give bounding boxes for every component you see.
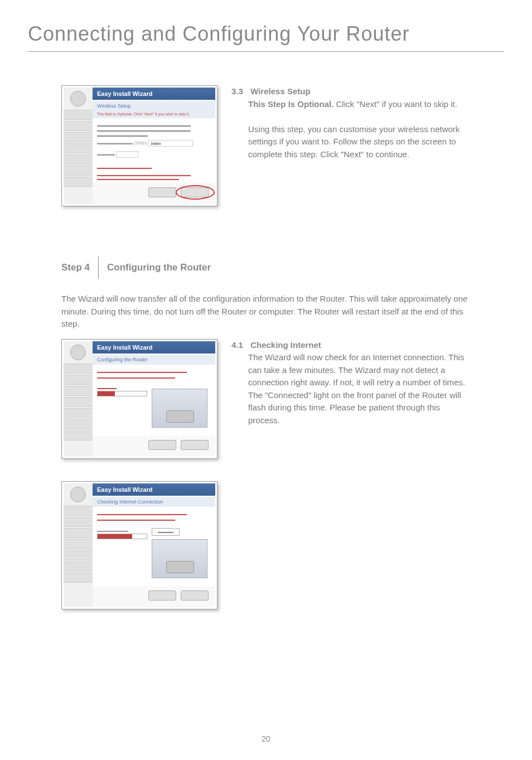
wizard-nav-item xyxy=(64,430,93,440)
section-3-3-text: 3.3 Wireless Setup This Step Is Optional… xyxy=(231,85,471,206)
wizard-back-button[interactable] xyxy=(148,440,176,450)
step-title: Checking Internet xyxy=(250,340,321,350)
step-4-label: Step 4 xyxy=(61,262,98,273)
wizard-logo-icon xyxy=(70,345,86,360)
section-4-1: Easy Install Wizard Configuring the Rout… xyxy=(28,339,504,459)
step-4-title: Configuring the Router xyxy=(107,262,211,273)
progress-bar xyxy=(97,391,147,396)
router-front-icon xyxy=(166,410,194,423)
screenshot-wireless-setup: Easy Install Wizard Wireless Setup The f… xyxy=(61,85,217,206)
wizard-nav-item xyxy=(64,506,93,516)
wizard-nav-item xyxy=(64,419,93,429)
wizard-nav-item xyxy=(64,132,93,142)
progress-fill xyxy=(98,534,132,539)
wizard-nav-item xyxy=(64,386,93,396)
router-front-icon xyxy=(166,561,194,573)
wizard-sidebar xyxy=(64,341,93,457)
section-3-3: Easy Install Wizard Wireless Setup The f… xyxy=(28,85,504,206)
wizard-channel-input[interactable] xyxy=(116,151,138,158)
wizard-next-button[interactable] xyxy=(181,187,209,197)
wizard-nav-item xyxy=(64,364,93,374)
wizard-nav-item xyxy=(64,561,93,572)
page-number: 20 xyxy=(262,734,270,743)
router-image xyxy=(152,389,207,428)
wizard-warning-text: ▬▬▬▬▬▬▬▬▬▬▬▬▬▬▬▬▬▬▬▬▬▬▬▬▬▬▬▬▬▬▬▬▬▬▬▬▬▬▬▬… xyxy=(93,171,215,183)
step-4-intro: The Wizard will now transfer all of the … xyxy=(28,293,504,331)
connected-label: ▬▬▬▬ xyxy=(152,528,180,536)
wizard-optional-note: The field is Optional. Click "Next" if y… xyxy=(93,111,215,118)
step-lead-rest: Click "Next" if you want to skip it. xyxy=(333,99,457,109)
step-body-text: Using this step, you can customise your … xyxy=(248,123,471,161)
wizard-channel-row: ▬▬▬▬ xyxy=(97,149,211,160)
wizard-nav-item xyxy=(64,517,93,527)
step-4-divider: Configuring the Router xyxy=(98,256,211,279)
wizard-nav-item xyxy=(64,166,93,176)
highlight-ellipse-icon xyxy=(176,185,215,200)
wizard-nav-item xyxy=(64,121,93,131)
wizard-ssid-row: ▬▬▬▬▬▬▬▬ (SSID) belkin xyxy=(97,138,211,149)
wizard-nav-item xyxy=(64,528,93,538)
wizard-nav-item xyxy=(64,539,93,549)
wizard-red-note: ▬▬▬▬▬▬▬▬▬▬▬▬▬▬ xyxy=(93,164,215,171)
wizard-next-button[interactable] xyxy=(181,590,209,601)
section-4-1-text: 4.1 Checking Internet The Wizard will no… xyxy=(231,339,471,459)
section-screenshot-3: Easy Install Wizard Checking Internet Co… xyxy=(28,481,504,609)
wizard-button-row xyxy=(93,435,215,457)
step-4-heading: Step 4 Configuring the Router xyxy=(28,256,504,279)
wizard-button-row xyxy=(93,183,215,204)
progress-bar xyxy=(97,534,147,539)
step-number: 3.3 xyxy=(231,85,248,98)
wizard-title: Easy Install Wizard xyxy=(93,341,215,354)
step-lead-bold: This Step Is Optional. xyxy=(248,99,333,109)
wizard-button-row xyxy=(93,586,215,607)
router-image xyxy=(152,539,207,578)
wizard-body: ▬▬▬▬▬▬▬▬▬▬▬▬▬▬▬▬▬▬▬▬▬▬▬▬▬▬▬▬▬▬▬▬▬▬▬▬▬▬▬▬… xyxy=(93,365,215,436)
step-number: 4.1 xyxy=(231,339,248,352)
page-title: Connecting and Configuring Your Router xyxy=(28,22,504,52)
wizard-nav-item xyxy=(64,154,93,164)
screenshot-configuring-router: Easy Install Wizard Configuring the Rout… xyxy=(61,339,217,459)
wizard-nav-item xyxy=(64,573,93,583)
step-body-text: The Wizard will now check for an Interne… xyxy=(248,351,471,427)
screenshot-checking-internet: Easy Install Wizard Checking Internet Co… xyxy=(61,481,217,609)
step-4-intro-text: The Wizard will now transfer all of the … xyxy=(61,293,471,331)
wizard-nav-item xyxy=(64,143,93,153)
wizard-nav-item xyxy=(64,177,93,187)
progress-fill xyxy=(98,391,115,396)
wizard-ssid-input[interactable]: belkin xyxy=(148,140,193,147)
wizard-nav-item xyxy=(64,550,93,560)
wizard-body: ▬▬▬▬▬▬▬▬▬▬▬▬▬▬▬▬▬▬▬▬▬▬▬▬▬▬▬▬▬▬▬▬▬▬▬▬▬▬▬▬… xyxy=(93,507,215,585)
wizard-back-button[interactable] xyxy=(148,187,176,197)
wizard-next-button[interactable] xyxy=(181,440,209,450)
wizard-logo-icon xyxy=(70,487,86,502)
wizard-subtitle: Configuring the Router xyxy=(93,355,215,365)
wizard-sidebar xyxy=(64,483,93,607)
wizard-sidebar xyxy=(64,88,93,204)
wizard-logo-icon xyxy=(70,91,86,107)
step-title: Wireless Setup xyxy=(250,86,310,96)
wizard-subtitle: Checking Internet Connection xyxy=(93,497,215,507)
wizard-title: Easy Install Wizard xyxy=(93,483,215,496)
wizard-nav-item xyxy=(64,110,93,120)
step-lead-text: This Step Is Optional. Click "Next" if y… xyxy=(248,98,471,111)
wizard-nav-item xyxy=(64,397,93,407)
wizard-nav-item xyxy=(64,375,93,385)
wizard-nav-item xyxy=(64,408,93,418)
wizard-subtitle: Wireless Setup xyxy=(93,101,215,111)
wizard-body-text: ▬▬▬▬▬▬▬▬▬▬▬▬▬▬▬▬▬▬▬▬▬▬▬▬▬▬▬▬▬▬▬▬▬▬▬▬▬▬▬▬… xyxy=(93,118,215,164)
wizard-title: Easy Install Wizard xyxy=(93,88,215,100)
wizard-back-button[interactable] xyxy=(148,590,176,601)
